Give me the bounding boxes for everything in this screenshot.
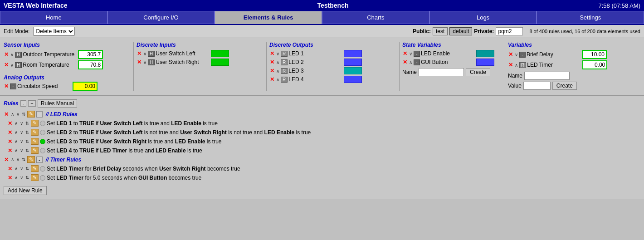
var-create-btn[interactable]: Create <box>552 82 577 90</box>
down-rule2-btn[interactable]: ∨ <box>20 130 24 135</box>
minus-circulator-btn[interactable]: - <box>10 83 16 89</box>
down-led-group-btn[interactable]: ∨ <box>16 112 20 117</box>
up-rule5-btn[interactable]: ∧ <box>14 166 18 171</box>
down-rule5-btn[interactable]: ∨ <box>20 166 24 171</box>
edit-rule4-btn[interactable]: ✎ <box>31 147 39 154</box>
edit-rule6-btn[interactable]: ✎ <box>31 174 39 181</box>
del-rule2-btn[interactable]: ✕ <box>7 129 13 136</box>
down-rule3-btn[interactable]: ∨ <box>20 139 24 144</box>
del-rule3-btn[interactable]: ✕ <box>7 138 13 145</box>
del-switch-right-btn[interactable]: ✕ <box>137 59 142 65</box>
up-led-group-btn[interactable]: ∧ <box>10 112 15 117</box>
circulator-value[interactable] <box>73 82 98 91</box>
del-led4-btn[interactable]: ✕ <box>269 76 275 83</box>
down-timer-group-btn[interactable]: ∨ <box>16 157 20 162</box>
sort-rule3-btn[interactable]: ⇅ <box>25 139 29 144</box>
h-switch-left-btn[interactable]: H <box>148 51 155 57</box>
del-brief-delay-btn[interactable]: ✕ <box>508 51 513 58</box>
del-gui-btn-btn[interactable]: ✕ <box>402 59 408 65</box>
sv-name-input[interactable] <box>419 68 464 76</box>
minus-led-enable-btn[interactable]: - <box>414 51 420 57</box>
del-rule1-btn[interactable]: ✕ <box>7 120 13 127</box>
up-rule3-btn[interactable]: ∧ <box>14 139 18 144</box>
sort-rule1-btn[interactable]: ⇅ <box>25 121 29 126</box>
del-circulator-btn[interactable]: ✕ <box>4 83 9 89</box>
edit-rule1-btn[interactable]: ✎ <box>31 120 39 127</box>
var-name-input[interactable] <box>524 72 570 80</box>
nav-configure[interactable]: Configure I/O <box>107 11 215 24</box>
down-rule4-btn[interactable]: ∨ <box>20 148 24 153</box>
del-rule5-btn[interactable]: ✕ <box>7 166 13 172</box>
nav-logs[interactable]: Logs <box>429 11 537 24</box>
edit-led-group-btn[interactable]: ✎ <box>27 111 35 118</box>
r-led2-btn[interactable]: R <box>281 59 288 65</box>
down-brief-delay-btn[interactable]: ∨ <box>514 52 518 57</box>
del-led-enable-btn[interactable]: ✕ <box>402 50 408 57</box>
edit-rule5-btn[interactable]: ✎ <box>31 165 39 172</box>
up-gui-btn-btn[interactable]: ∧ <box>409 60 413 65</box>
del-room-btn[interactable]: ✕ <box>4 62 9 68</box>
del-outdoor-btn[interactable]: ✕ <box>4 51 9 58</box>
sort-rule6-btn[interactable]: ⇅ <box>25 175 29 180</box>
h-outdoor-btn[interactable]: H <box>15 52 22 58</box>
sort-rule2-btn[interactable]: ⇅ <box>25 130 29 135</box>
led-timer-value[interactable] <box>582 60 607 69</box>
minus-gui-btn-btn[interactable]: - <box>414 59 420 65</box>
del-led1-btn[interactable]: ✕ <box>269 50 275 57</box>
outdoor-temp-value[interactable] <box>78 50 103 59</box>
var-value-input[interactable] <box>523 82 551 90</box>
del-switch-left-btn[interactable]: ✕ <box>137 50 142 57</box>
up-rule6-btn[interactable]: ∧ <box>14 175 18 180</box>
r-led-timer-btn[interactable]: R <box>519 62 526 68</box>
minus-brief-delay-btn[interactable]: - <box>519 52 526 58</box>
del-led2-btn[interactable]: ✕ <box>269 59 275 65</box>
h-room-btn[interactable]: H <box>15 62 22 68</box>
edit-mode-select[interactable]: Delete Items <box>33 27 75 36</box>
r-led1-btn[interactable]: R <box>281 51 288 57</box>
sort-rule4-btn[interactable]: ⇅ <box>25 148 29 153</box>
edit-timer-group-btn[interactable]: ✎ <box>27 156 35 163</box>
r-led3-btn[interactable]: R <box>281 68 288 74</box>
del-rule6-btn[interactable]: ✕ <box>7 175 13 181</box>
sv-create-btn[interactable]: Create <box>466 68 490 76</box>
rules-expand-btn[interactable]: + <box>28 100 35 107</box>
del-rule4-btn[interactable]: ✕ <box>7 147 13 154</box>
edit-rule3-btn[interactable]: ✎ <box>31 138 39 145</box>
up-led3-btn[interactable]: ∧ <box>276 69 280 73</box>
nav-elements[interactable]: Elements & Rules <box>215 11 322 24</box>
del-led-timer-btn[interactable]: ✕ <box>508 62 513 68</box>
del-led-group-btn[interactable]: ✕ <box>4 111 9 118</box>
sort-timer-group-btn[interactable]: ⇅ <box>21 157 26 162</box>
sort-led-group-btn[interactable]: ⇅ <box>21 112 26 117</box>
del-led3-btn[interactable]: ✕ <box>269 68 275 74</box>
add-rule-btn[interactable]: Add New Rule <box>4 186 47 195</box>
down-led1-btn[interactable]: ∨ <box>276 51 280 56</box>
nav-home[interactable]: Home <box>0 11 107 24</box>
down-rule1-btn[interactable]: ∨ <box>20 121 24 126</box>
edit-rule2-btn[interactable]: ✎ <box>31 129 39 136</box>
nav-settings[interactable]: Settings <box>537 11 644 24</box>
up-rule1-btn[interactable]: ∧ <box>14 121 18 126</box>
rules-manual-btn[interactable]: Rules Manual <box>38 99 77 108</box>
down-led-enable-btn[interactable]: ∨ <box>409 51 413 56</box>
up-led2-btn[interactable]: ∧ <box>276 60 280 65</box>
down-rule6-btn[interactable]: ∨ <box>20 175 24 180</box>
test-button[interactable]: test <box>433 27 448 35</box>
up-led-timer-btn[interactable]: ∧ <box>514 63 518 68</box>
up-rule2-btn[interactable]: ∧ <box>14 130 18 135</box>
del-timer-group-btn[interactable]: ✕ <box>4 157 9 163</box>
rules-collapse-btn[interactable]: - <box>20 100 27 107</box>
brief-delay-value[interactable] <box>582 50 607 59</box>
h-switch-right-btn[interactable]: H <box>148 59 155 65</box>
default-button[interactable]: default <box>449 27 472 35</box>
r-led4-btn[interactable]: R <box>281 77 288 83</box>
up-room-btn[interactable]: ∧ <box>10 63 14 68</box>
sort-rule5-btn[interactable]: ⇅ <box>25 166 29 171</box>
room-temp-value[interactable] <box>78 60 103 69</box>
private-input[interactable] <box>496 27 523 35</box>
down-outdoor-btn[interactable]: ∨ <box>10 52 14 57</box>
up-timer-group-btn[interactable]: ∧ <box>10 157 15 162</box>
up-switch-right-btn[interactable]: ∧ <box>143 60 147 65</box>
collapse-timer-group-btn[interactable]: - <box>36 157 43 163</box>
up-led4-btn[interactable]: ∧ <box>276 77 280 82</box>
